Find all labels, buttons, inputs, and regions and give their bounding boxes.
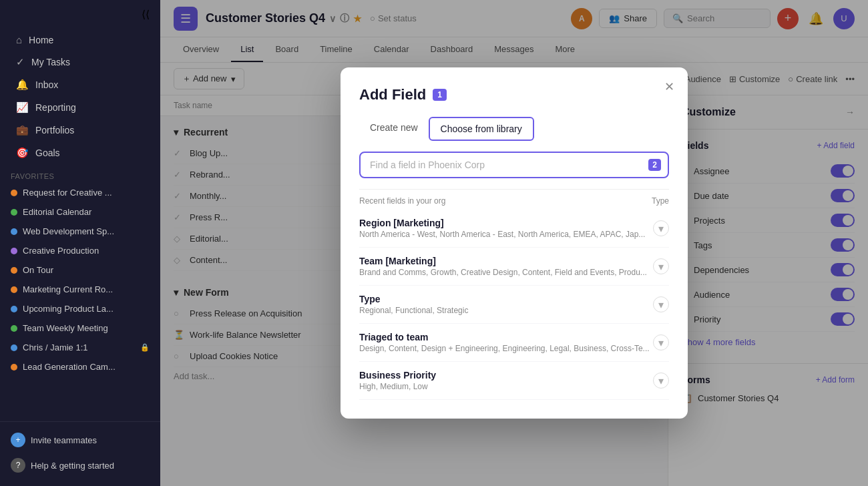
field-item-name: Triaged to team	[359, 332, 650, 342]
favorites-section-label: Favorites	[0, 164, 160, 183]
sidebar-item-label: Reporting	[35, 102, 76, 113]
check-icon: ✓	[16, 56, 25, 68]
field-item-content: Team [Marketing] Brand and Comms, Growth…	[359, 256, 647, 277]
sidebar-item-creative[interactable]: Creative Production	[0, 242, 160, 260]
sidebar-bottom: + Invite teammates ? Help & getting star…	[0, 421, 160, 478]
sidebar-item-my-tasks[interactable]: ✓ My Tasks	[5, 51, 155, 73]
reporting-icon: 📈	[16, 101, 29, 113]
chevron-down-icon[interactable]: ▾	[653, 220, 669, 236]
library-field-team[interactable]: Team [Marketing] Brand and Comms, Growth…	[359, 248, 669, 286]
fav-label: Marketing Current Ro...	[23, 284, 113, 294]
chevron-down-icon[interactable]: ▾	[653, 334, 669, 350]
fields-list: Recent fields in your org Type Region [M…	[359, 189, 669, 400]
tab-create-new[interactable]: Create new	[359, 117, 429, 141]
invite-icon: +	[11, 433, 25, 447]
goals-icon: 🎯	[16, 147, 29, 159]
sidebar-item-label: Inbox	[35, 79, 58, 90]
library-field-type[interactable]: Type Regional, Functional, Strategic ▾	[359, 286, 669, 324]
sidebar-item-web-dev[interactable]: Web Development Sp...	[0, 222, 160, 240]
chevron-down-icon[interactable]: ▾	[653, 373, 669, 389]
fav-label: Chris / Jamie 1:1	[23, 342, 88, 352]
fav-label: Upcoming Product La...	[23, 304, 114, 314]
sidebar-item-goals[interactable]: 🎯 Goals	[5, 142, 155, 164]
sidebar: ⟨⟨ ⌂ Home ✓ My Tasks 🔔 Inbox 📈 Reporting…	[0, 0, 160, 486]
field-item-name: Business Priority	[359, 370, 436, 381]
fav-dot-orange3	[11, 286, 17, 293]
field-item-desc: High, Medium, Low	[359, 382, 436, 391]
help-icon: ?	[11, 458, 25, 473]
search-badge: 2	[648, 159, 661, 171]
search-field-input[interactable]	[359, 152, 669, 178]
tab-create-label: Create new	[370, 122, 418, 133]
fav-dot-purple	[11, 248, 17, 254]
sidebar-item-label: My Tasks	[31, 57, 70, 67]
tab-choose-library[interactable]: Choose from library	[429, 117, 534, 141]
sidebar-item-request[interactable]: Request for Creative ...	[0, 184, 160, 202]
fav-dot-orange2	[11, 267, 17, 274]
modal-header: Add Field 1	[359, 86, 669, 103]
fav-label: Request for Creative ...	[23, 188, 112, 198]
fav-dot-blue	[11, 228, 17, 235]
tab-library-label: Choose from library	[441, 124, 522, 134]
field-item-content: Type Regional, Functional, Strategic	[359, 294, 468, 315]
field-item-name: Team [Marketing]	[359, 256, 647, 266]
fav-label: Team Weekly Meeting	[23, 323, 108, 333]
modal-title: Add Field	[359, 86, 426, 103]
modal-search: 2	[359, 152, 669, 178]
fav-dot-blue2	[11, 306, 17, 312]
field-item-content: Business Priority High, Medium, Low	[359, 370, 436, 391]
sidebar-item-marketing[interactable]: Marketing Current Ro...	[0, 280, 160, 298]
fields-list-header: Recent fields in your org Type	[359, 190, 669, 210]
sidebar-item-on-tour[interactable]: On Tour	[0, 261, 160, 279]
help-label: Help & getting started	[31, 461, 114, 471]
fav-label: On Tour	[23, 265, 53, 275]
library-field-business-priority[interactable]: Business Priority High, Medium, Low ▾	[359, 362, 669, 400]
add-field-modal: Add Field 1 ✕ Create new Choose from lib…	[341, 67, 688, 419]
fields-recent-label: Recent fields in your org	[359, 196, 445, 206]
fav-label: Creative Production	[23, 246, 99, 256]
sidebar-item-chris-jamie[interactable]: Chris / Jamie 1:1 🔒	[0, 338, 160, 356]
help-button[interactable]: ? Help & getting started	[0, 453, 160, 478]
field-item-content: Region [Marketing] North America - West,…	[359, 218, 645, 239]
sidebar-item-portfolios[interactable]: 💼 Portfolios	[5, 119, 155, 141]
home-icon: ⌂	[16, 34, 22, 45]
sidebar-item-inbox[interactable]: 🔔 Inbox	[5, 74, 155, 95]
fav-label: Editorial Calendar	[23, 207, 91, 217]
field-item-desc: Brand and Comms, Growth, Creative Design…	[359, 268, 647, 277]
invite-teammates-button[interactable]: + Invite teammates	[0, 427, 160, 453]
modal-close-button[interactable]: ✕	[664, 81, 674, 93]
library-field-region[interactable]: Region [Marketing] North America - West,…	[359, 210, 669, 248]
lock-icon: 🔒	[140, 343, 150, 352]
sidebar-item-team-weekly[interactable]: Team Weekly Meeting	[0, 319, 160, 337]
sidebar-item-reporting[interactable]: 📈 Reporting	[5, 97, 155, 118]
main-content: ☰ Customer Stories Q4 ∨ ⓘ ★ ○ Set status…	[160, 0, 868, 486]
fav-dot-green2	[11, 325, 17, 332]
fields-type-label: Type	[652, 196, 669, 206]
sidebar-item-upcoming[interactable]: Upcoming Product La...	[0, 300, 160, 318]
chevron-down-icon[interactable]: ▾	[653, 258, 669, 274]
field-item-name: Region [Marketing]	[359, 218, 645, 228]
fav-dot-orange4	[11, 364, 17, 371]
sidebar-collapse-button[interactable]: ⟨⟨	[0, 8, 160, 29]
chevron-down-icon[interactable]: ▾	[653, 296, 669, 312]
bell-icon: 🔔	[16, 79, 29, 91]
modal-overlay[interactable]: Add Field 1 ✕ Create new Choose from lib…	[160, 0, 868, 486]
invite-label: Invite teammates	[31, 435, 97, 445]
modal-badge: 1	[433, 89, 447, 101]
portfolios-icon: 💼	[16, 124, 29, 136]
fav-dot-orange	[11, 190, 17, 196]
library-field-triaged[interactable]: Triaged to team Design, Content, Design …	[359, 324, 669, 362]
fav-label: Web Development Sp...	[23, 226, 114, 236]
modal-tabs: Create new Choose from library	[359, 117, 669, 141]
sidebar-item-editorial[interactable]: Editorial Calendar	[0, 203, 160, 221]
sidebar-item-home[interactable]: ⌂ Home	[5, 29, 155, 50]
sidebar-item-lead-gen[interactable]: Lead Generation Cam...	[0, 358, 160, 376]
sidebar-item-label: Portfolios	[35, 125, 74, 136]
sidebar-item-label: Home	[29, 35, 53, 45]
field-item-name: Type	[359, 294, 468, 304]
fav-dot-blue3	[11, 344, 17, 351]
field-item-content: Triaged to team Design, Content, Design …	[359, 332, 650, 353]
fav-dot-green	[11, 209, 17, 216]
field-item-desc: Design, Content, Design + Engineering, E…	[359, 344, 650, 353]
sidebar-item-label: Goals	[35, 148, 60, 158]
